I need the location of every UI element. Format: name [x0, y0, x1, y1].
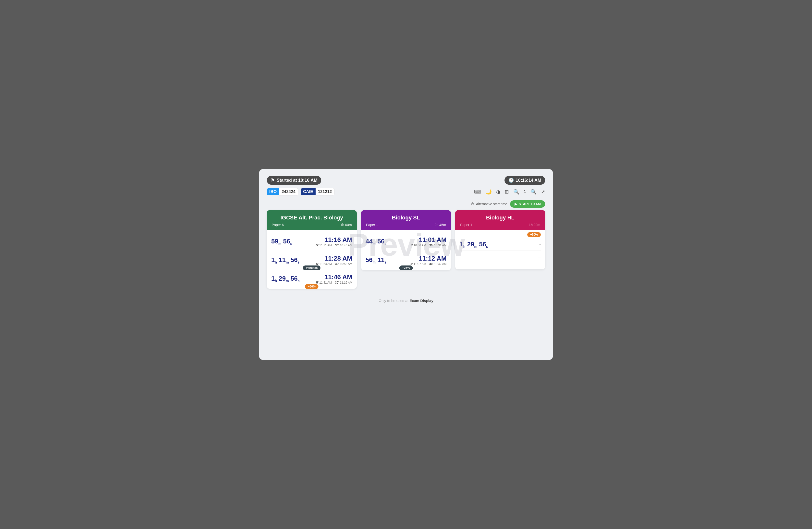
biology-sl-countdown-2: 56m 11s: [366, 256, 387, 264]
start-exam-button[interactable]: ▶ START EXAM: [510, 200, 545, 208]
igcse-end-2: 11:28 AM: [316, 255, 352, 262]
igcse-30min-3: 30' 11:16 AM: [335, 281, 352, 284]
zoom-out-icon[interactable]: 🔍: [513, 189, 520, 195]
current-time-badge: 🕐 10:16:14 AM: [505, 176, 545, 185]
start-exam-label: START EXAM: [519, 202, 541, 206]
biology-hl-header: Biology HL Paper 1 1h 00m: [455, 210, 545, 230]
caie-label: CAIE: [301, 188, 316, 195]
igcse-card-title: IGCSE Alt. Prac. Biology: [272, 215, 352, 221]
started-badge: ⚑ Started at 10:16 AM: [267, 176, 321, 185]
header-left: ⚑ Started at 10:16 AM: [267, 176, 321, 185]
fifty-badge-hl: +50%: [527, 232, 541, 237]
fifty-badge-igcse: +50%: [305, 284, 319, 289]
footer: Only to be used at Exam Display: [267, 298, 545, 303]
clock-icon: 🕐: [508, 178, 514, 183]
igcse-sub-1: 5' 11:11 AM 30' 10:46 AM: [316, 244, 352, 247]
biology-hl-title: Biology HL: [460, 215, 540, 221]
igcse-row-1: 59m 56s 11:16 AM 5' 11:11 AM 30' 10:46 A…: [271, 233, 352, 249]
main-window: ⚑ Started at 10:16 AM 🕐 10:16:14 AM IBO …: [259, 169, 553, 360]
igcse-end-3: 11:46 AM: [316, 273, 352, 281]
biology-sl-sub-1: 5' 10:56 AM 30' 10:31 AM: [410, 244, 446, 247]
igcse-biology-card: IGCSE Alt. Prac. Biology Paper 6 1h 00m …: [267, 210, 357, 289]
igcse-endtime-3: 11:46 AM 5' 11:41 AM 30' 11:16 AM: [316, 273, 352, 284]
igcse-30min-1: 30' 10:46 AM: [335, 244, 352, 247]
footer-brand: Exam Display: [409, 298, 433, 303]
moon-icon[interactable]: 🌙: [485, 189, 492, 195]
igcse-5min-2: 5' 11:23 AM: [316, 262, 332, 266]
igcse-endtime-1: 11:16 AM 5' 11:11 AM 30' 10:46 AM: [316, 236, 352, 247]
tags-row: IBO 242424 CAIE 121212 ⌨ 🌙 ◑ ⊞ 🔍 1 🔍 ⤢: [267, 188, 545, 195]
alt-start-label: ⏱ Alternative start time: [471, 202, 507, 206]
biology-sl-meta: Paper 1 0h 45m: [366, 223, 446, 227]
expand-icon[interactable]: ⤢: [541, 189, 545, 195]
biology-sl-row-1: 44m 56s 11:01 AM 5' 10:56 AM 30' 10:31 A…: [366, 233, 447, 249]
cards-header: ⏱ Alternative start time ▶ START EXAM: [267, 200, 545, 208]
biology-hl-card: Biology HL Paper 1 1h 00m +50% 1h 29m 56…: [455, 210, 545, 269]
igcse-countdown-3: 1h 29m 56s: [271, 275, 300, 283]
igcse-countdown-2: 1h 11m 56s: [271, 256, 300, 264]
igcse-duration: 1h 00m: [340, 223, 352, 227]
biology-hl-paper: Paper 1: [460, 223, 472, 227]
igcse-sub-3: 5' 11:41 AM 30' 11:16 AM: [316, 281, 352, 284]
biology-sl-row-2: +25% 56m 11s 11:12 AM 5' 11:07 AM 30' 10…: [366, 249, 447, 268]
zoom-level: 1: [524, 190, 526, 194]
caie-tag: CAIE 121212: [301, 188, 334, 195]
ibo-value: 242424: [279, 188, 298, 195]
biology-sl-duration: 0h 45m: [435, 223, 446, 227]
ibo-tag: IBO 242424: [267, 188, 298, 195]
biology-sl-endtime-2: 11:12 AM 5' 11:07 AM 30' 10:42 AM: [410, 255, 446, 266]
footer-text: Only to be used at: [379, 298, 409, 303]
biology-sl-paper: Paper 1: [366, 223, 378, 227]
igcse-30min-2: 30' 10:58 AM: [335, 262, 352, 266]
biology-sl-end-2: 11:12 AM: [410, 255, 446, 262]
biology-sl-sub-2: 5' 11:07 AM 30' 10:42 AM: [410, 262, 446, 266]
igcse-end-1: 11:16 AM: [316, 236, 352, 244]
biology-hl-dash-2: –: [538, 254, 541, 259]
biology-hl-duration: 1h 00m: [529, 223, 540, 227]
igcse-card-body: 59m 56s 11:16 AM 5' 11:11 AM 30' 10:46 A…: [267, 230, 357, 289]
current-time-text: 10:16:14 AM: [516, 178, 541, 183]
flag-icon: ⚑: [271, 178, 275, 183]
igcse-row-2: Vanessa 1h 11m 56s 11:28 AM 5' 11:23 AM …: [271, 249, 352, 268]
cards-row: IGCSE Alt. Prac. Biology Paper 6 1h 00m …: [267, 210, 545, 289]
biology-hl-row-2: –: [460, 251, 541, 261]
contrast-icon[interactable]: ◑: [496, 189, 500, 195]
biology-sl-body: 44m 56s 11:01 AM 5' 10:56 AM 30' 10:31 A…: [361, 230, 451, 270]
biology-sl-card: Biology SL Paper 1 0h 45m 44m 56s 11:01 …: [361, 210, 451, 270]
alt-start-text: Alternative start time: [476, 202, 507, 206]
biology-hl-meta: Paper 1 1h 00m: [460, 223, 540, 227]
igcse-countdown-1: 59m 56s: [271, 238, 292, 246]
biology-sl-endtime-1: 11:01 AM 5' 10:56 AM 30' 10:31 AM: [410, 236, 446, 247]
biology-sl-5min-1: 5' 10:56 AM: [410, 244, 426, 247]
header: ⚑ Started at 10:16 AM 🕐 10:16:14 AM: [267, 176, 545, 185]
igcse-card-header: IGCSE Alt. Prac. Biology Paper 6 1h 00m: [267, 210, 357, 230]
biology-hl-body: +50% 1h 29m 56s - –: [455, 230, 545, 269]
biology-sl-5min-2: 5' 11:07 AM: [410, 262, 426, 266]
timer-icon: ⏱: [471, 202, 474, 206]
zoom-in-icon[interactable]: 🔍: [531, 189, 537, 195]
tags-left: IBO 242424 CAIE 121212: [267, 188, 334, 195]
igcse-endtime-2: 11:28 AM 5' 11:23 AM 30' 10:58 AM: [316, 255, 352, 266]
igcse-5min-1: 5' 11:11 AM: [316, 244, 332, 247]
biology-sl-30min-1: 30' 10:31 AM: [429, 244, 446, 247]
igcse-5min-3: 5' 11:41 AM: [316, 281, 332, 284]
twentyfive-badge: +25%: [399, 265, 412, 270]
cards-area: ⏱ Alternative start time ▶ START EXAM Pr…: [267, 200, 545, 289]
toolbar-icons: ⌨ 🌙 ◑ ⊞ 🔍 1 🔍 ⤢: [474, 189, 545, 195]
biology-sl-header: Biology SL Paper 1 0h 45m: [361, 210, 451, 230]
play-icon: ▶: [514, 202, 517, 206]
biology-hl-countdown-1: 1h 29m 56s: [460, 240, 488, 249]
igcse-sub-2: 5' 11:23 AM 30' 10:58 AM: [316, 262, 352, 266]
grid-icon[interactable]: ⊞: [505, 189, 509, 195]
vanessa-badge: Vanessa: [303, 265, 320, 270]
biology-hl-endtime-1: -: [539, 242, 541, 247]
igcse-card-meta: Paper 6 1h 00m: [272, 223, 352, 227]
biology-sl-end-1: 11:01 AM: [410, 236, 446, 244]
ibo-label: IBO: [267, 188, 279, 195]
biology-sl-title: Biology SL: [366, 215, 446, 221]
igcse-row-3: +50% 1h 29m 56s 11:46 AM 5' 11:41 AM 30'…: [271, 268, 352, 286]
biology-hl-dash-1: -: [539, 242, 541, 247]
igcse-paper: Paper 6: [272, 223, 284, 227]
caie-value: 121212: [316, 188, 335, 195]
keyboard-icon[interactable]: ⌨: [474, 189, 481, 195]
